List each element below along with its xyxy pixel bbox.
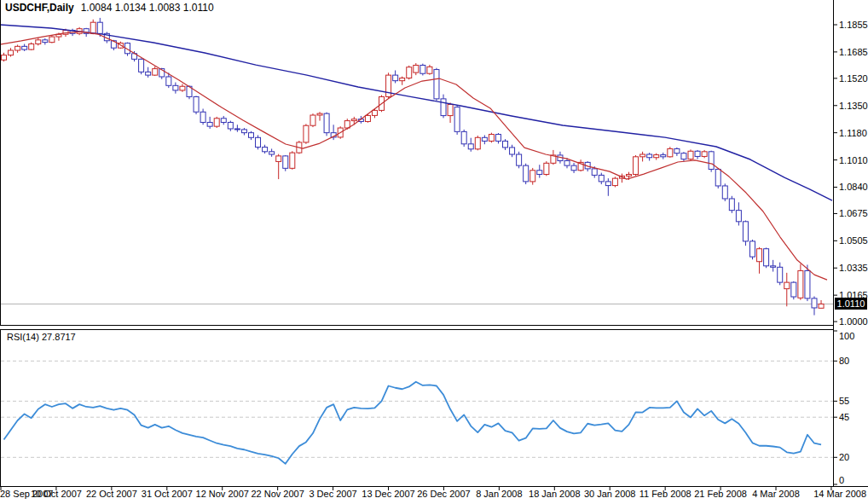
- candle-body: [36, 40, 41, 44]
- candle-body: [688, 151, 693, 159]
- candle-bear: [200, 109, 205, 125]
- candle-body: [304, 125, 309, 142]
- candle-body: [221, 119, 226, 123]
- candle-body: [351, 119, 356, 121]
- price-tick-label: 1.1010: [839, 155, 868, 165]
- candle-body: [22, 46, 27, 49]
- price-chart-canvas[interactable]: 1.18551.16851.15201.13501.11801.10101.08…: [0, 0, 868, 504]
- rsi-panel[interactable]: [0, 329, 833, 486]
- candle-bull: [180, 84, 185, 91]
- candle-body: [798, 270, 803, 298]
- time-tick-label: 13 Dec 2007: [362, 489, 414, 499]
- chart-window: 1.18551.16851.15201.13501.11801.10101.08…: [0, 0, 868, 504]
- price-axis[interactable]: 1.18551.16851.15201.13501.11801.10101.08…: [833, 0, 868, 486]
- candle-bull: [276, 154, 281, 179]
- rsi-value-text: 27.8717: [42, 332, 76, 342]
- candle-body: [517, 154, 522, 165]
- candle-bear: [778, 263, 783, 286]
- candle-bear: [468, 138, 473, 152]
- main-price-panel[interactable]: [0, 0, 833, 326]
- candle-body: [612, 178, 617, 185]
- rsi-tick-label: 80: [839, 356, 849, 366]
- rsi-tick-label: 45: [839, 412, 849, 422]
- candle-body: [495, 135, 501, 142]
- price-tick-label: 1.0335: [839, 263, 868, 273]
- time-tick-label: 31 Oct 2007: [142, 489, 193, 499]
- candle-bull: [489, 133, 494, 143]
- candle-bear: [234, 125, 240, 131]
- candle-body: [15, 46, 20, 50]
- candle-bull: [400, 77, 405, 85]
- candle-bear: [510, 145, 515, 157]
- ohlc-values-text: 1.0084 1.0134 1.0083 1.0110: [81, 2, 214, 14]
- candle-bull: [668, 147, 673, 158]
- time-axis[interactable]: 28 Sep 200710 Oct 200722 Oct 200731 Oct …: [0, 486, 868, 499]
- candle-bear: [207, 117, 212, 129]
- candle-body: [283, 156, 288, 168]
- candle-body: [153, 69, 158, 76]
- candle-bull: [36, 38, 41, 45]
- candle-bear: [324, 113, 329, 136]
- candle-bull: [702, 150, 707, 158]
- candle-bear: [43, 38, 48, 45]
- candle-body: [510, 148, 515, 154]
- candle-bear: [729, 196, 734, 213]
- price-tick-label: 1.0000: [839, 316, 868, 327]
- candle-body: [43, 40, 48, 43]
- candle-bull: [448, 102, 453, 123]
- rsi-tick-label: 100: [839, 331, 854, 341]
- candle-bull: [544, 161, 549, 176]
- candle-bear: [420, 64, 425, 76]
- candle-body: [544, 163, 549, 174]
- candle-bear: [537, 165, 542, 177]
- candle-bull: [757, 247, 762, 274]
- candle-bear: [256, 135, 261, 149]
- candle-bear: [454, 105, 460, 135]
- candle-bear: [599, 173, 604, 185]
- candle-bull: [9, 48, 14, 56]
- candle-body: [771, 266, 776, 268]
- time-tick-label: 22 Oct 2007: [86, 489, 137, 499]
- candle-bear: [22, 44, 27, 51]
- price-tick-label: 1.1855: [839, 20, 868, 30]
- rsi-line: [4, 382, 822, 464]
- candle-body: [29, 44, 34, 50]
- candle-body: [269, 152, 275, 154]
- candle-body: [207, 122, 212, 126]
- candle-bear: [771, 260, 776, 272]
- candle-body: [537, 171, 542, 175]
- candle-bear: [749, 240, 755, 259]
- candle-body: [372, 110, 377, 115]
- candle-body: [256, 137, 261, 147]
- candle-bull: [427, 65, 432, 75]
- candle-bear: [571, 163, 576, 173]
- candle-body: [482, 137, 487, 141]
- candle-bull: [214, 117, 219, 128]
- candle-bear: [605, 178, 610, 196]
- candle-bull: [475, 136, 480, 150]
- candle-body: [414, 65, 419, 72]
- candle-body: [764, 249, 769, 266]
- candle-bear: [743, 221, 748, 246]
- candle-bear: [461, 130, 466, 147]
- rsi-name-text: RSI(14): [7, 332, 39, 342]
- candle-body: [640, 154, 645, 157]
- candle-bear: [722, 183, 727, 201]
- candle-body: [400, 78, 405, 80]
- candle-bull: [688, 149, 693, 160]
- candle-body: [317, 113, 322, 115]
- candle-body: [434, 70, 439, 99]
- candle-body: [427, 67, 432, 73]
- price-tick-label: 1.1520: [839, 73, 868, 84]
- candle-body: [139, 59, 144, 72]
- candle-bull: [634, 155, 639, 176]
- rsi-tick-label: 0: [839, 475, 844, 485]
- candle-body: [468, 144, 473, 149]
- candle-bear: [709, 151, 714, 172]
- candle-body: [241, 130, 246, 133]
- time-tick-label: 11 Feb 2008: [639, 489, 692, 499]
- candle-body: [228, 122, 233, 129]
- candle-body: [2, 55, 7, 61]
- candle-bull: [784, 273, 790, 306]
- candle-bull: [407, 66, 412, 80]
